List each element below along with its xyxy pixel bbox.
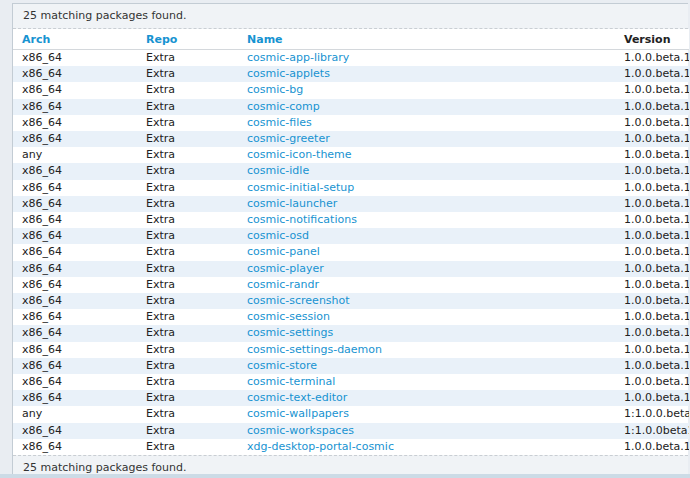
repo-cell: Extra — [137, 261, 238, 277]
version-cell: 1.0.0.beta.1.1-1 — [615, 163, 689, 179]
table-row: x86_64Extracosmic-panel1.0.0.beta.1.1-1 — [13, 244, 689, 260]
version-cell: 1.0.0.beta.1.1-1 — [615, 66, 689, 82]
repo-cell: Extra — [137, 66, 238, 82]
version-cell: 1.0.0.beta.1.1-1 — [615, 147, 689, 163]
arch-cell: x86_64 — [13, 439, 137, 455]
name-cell: xdg-desktop-portal-cosmic — [238, 439, 615, 455]
column-header-version: Version — [615, 29, 689, 50]
sort-link-repo[interactable]: Repo — [146, 33, 177, 46]
table-row: x86_64Extracosmic-app-library1.0.0.beta.… — [13, 50, 689, 67]
package-link[interactable]: cosmic-text-editor — [247, 391, 347, 404]
arch-cell: x86_64 — [13, 50, 137, 67]
package-link[interactable]: cosmic-files — [247, 116, 312, 129]
package-link[interactable]: cosmic-wallpapers — [247, 407, 349, 420]
name-cell: cosmic-wallpapers — [238, 406, 615, 422]
name-cell: cosmic-session — [238, 309, 615, 325]
package-link[interactable]: cosmic-workspaces — [247, 424, 354, 437]
name-cell: cosmic-terminal — [238, 374, 615, 390]
package-link[interactable]: cosmic-randr — [247, 278, 319, 291]
version-cell: 1.0.0.beta.1.1-1 — [615, 309, 689, 325]
package-link[interactable]: cosmic-player — [247, 262, 324, 275]
version-cell: 1.0.0.beta.1.1-1 — [615, 261, 689, 277]
arch-cell: any — [13, 406, 137, 422]
results-count-top: 25 matching packages found. — [13, 4, 688, 29]
table-row: x86_64Extracosmic-store1.0.0.beta.1.1-1 — [13, 358, 689, 374]
repo-cell: Extra — [137, 212, 238, 228]
table-row: x86_64Extracosmic-initial-setup1.0.0.bet… — [13, 180, 689, 196]
package-link[interactable]: cosmic-notifications — [247, 213, 357, 226]
arch-cell: x86_64 — [13, 66, 137, 82]
package-link[interactable]: cosmic-bg — [247, 83, 303, 96]
name-cell: cosmic-idle — [238, 163, 615, 179]
package-link[interactable]: cosmic-settings — [247, 326, 333, 339]
version-cell: 1.0.0.beta.1.1-1 — [615, 180, 689, 196]
package-link[interactable]: cosmic-osd — [247, 229, 309, 242]
package-link[interactable]: cosmic-icon-theme — [247, 148, 352, 161]
page-bottom-strip — [0, 474, 690, 478]
package-link[interactable]: xdg-desktop-portal-cosmic — [247, 440, 394, 453]
package-link[interactable]: cosmic-settings-daemon — [247, 343, 382, 356]
table-row: x86_64Extracosmic-session1.0.0.beta.1.1-… — [13, 309, 689, 325]
arch-cell: x86_64 — [13, 99, 137, 115]
package-link[interactable]: cosmic-applets — [247, 67, 330, 80]
table-row: x86_64Extracosmic-player1.0.0.beta.1.1-1 — [13, 261, 689, 277]
package-link[interactable]: cosmic-launcher — [247, 197, 337, 210]
sort-link-name[interactable]: Name — [247, 33, 283, 46]
package-link[interactable]: cosmic-initial-setup — [247, 181, 354, 194]
arch-cell: x86_64 — [13, 325, 137, 341]
package-link[interactable]: cosmic-panel — [247, 245, 320, 258]
sort-link-arch[interactable]: Arch — [22, 33, 50, 46]
repo-cell: Extra — [137, 131, 238, 147]
arch-cell: x86_64 — [13, 293, 137, 309]
package-link[interactable]: cosmic-session — [247, 310, 330, 323]
package-link[interactable]: cosmic-store — [247, 359, 317, 372]
package-link[interactable]: cosmic-greeter — [247, 132, 330, 145]
name-cell: cosmic-settings — [238, 325, 615, 341]
package-link[interactable]: cosmic-terminal — [247, 375, 335, 388]
table-row: x86_64Extracosmic-workspaces1:1.0.0beta1… — [13, 423, 689, 439]
version-cell: 1.0.0.beta.1.1-1 — [615, 293, 689, 309]
repo-cell: Extra — [137, 342, 238, 358]
package-link[interactable]: cosmic-screenshot — [247, 294, 350, 307]
arch-cell: x86_64 — [13, 180, 137, 196]
repo-cell: Extra — [137, 325, 238, 341]
name-cell: cosmic-workspaces — [238, 423, 615, 439]
table-row: x86_64Extracosmic-settings-daemon1.0.0.b… — [13, 342, 689, 358]
package-link[interactable]: cosmic-idle — [247, 164, 309, 177]
version-cell: 1:1.0.0beta1.1-1 — [615, 423, 689, 439]
version-cell: 1:1.0.0.beta.1.1-1 — [615, 406, 689, 422]
table-row: x86_64Extracosmic-notifications1.0.0.bet… — [13, 212, 689, 228]
version-cell: 1.0.0.beta.1.1-1 — [615, 212, 689, 228]
repo-cell: Extra — [137, 50, 238, 67]
version-cell: 1.0.0.beta.1.1-1 — [615, 196, 689, 212]
version-cell: 1.0.0.beta.1.1-1 — [615, 439, 689, 455]
name-cell: cosmic-icon-theme — [238, 147, 615, 163]
name-cell: cosmic-bg — [238, 82, 615, 98]
table-row: x86_64Extracosmic-text-editor1.0.0.beta.… — [13, 390, 689, 406]
table-row: x86_64Extracosmic-comp1.0.0.beta.1.1-1 — [13, 99, 689, 115]
arch-cell: x86_64 — [13, 309, 137, 325]
version-cell: 1.0.0.beta.1.1-1 — [615, 99, 689, 115]
arch-cell: x86_64 — [13, 342, 137, 358]
arch-cell: x86_64 — [13, 423, 137, 439]
repo-cell: Extra — [137, 82, 238, 98]
table-header-row: Arch Repo Name Version — [13, 29, 689, 50]
repo-cell: Extra — [137, 115, 238, 131]
arch-cell: x86_64 — [13, 115, 137, 131]
arch-cell: any — [13, 147, 137, 163]
package-results-card: 25 matching packages found. Arch Repo — [12, 3, 688, 478]
repo-cell: Extra — [137, 293, 238, 309]
table-row: x86_64Extracosmic-launcher1.0.0.beta.1.1… — [13, 196, 689, 212]
version-cell: 1.0.0.beta.1.1-1 — [615, 228, 689, 244]
version-cell: 1.0.0.beta.1.1-1 — [615, 277, 689, 293]
repo-cell: Extra — [137, 439, 238, 455]
name-cell: cosmic-launcher — [238, 196, 615, 212]
table-row: x86_64Extracosmic-screenshot1.0.0.beta.1… — [13, 293, 689, 309]
name-cell: cosmic-randr — [238, 277, 615, 293]
arch-cell: x86_64 — [13, 261, 137, 277]
arch-cell: x86_64 — [13, 358, 137, 374]
repo-cell: Extra — [137, 180, 238, 196]
package-link[interactable]: cosmic-app-library — [247, 51, 349, 64]
package-link[interactable]: cosmic-comp — [247, 100, 320, 113]
packages-search-page: 25 matching packages found. Arch Repo — [0, 0, 690, 478]
